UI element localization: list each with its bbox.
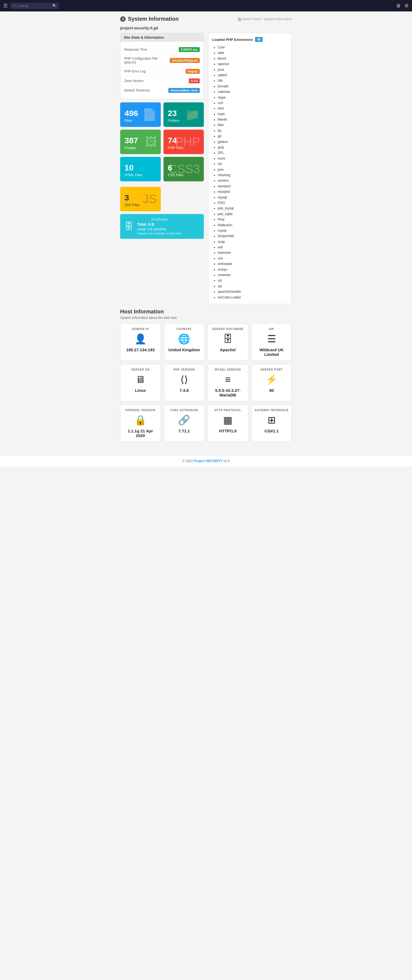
stat-row: Default Timezone America/New_York xyxy=(124,86,200,95)
host-card-label: SERVER OS xyxy=(131,368,150,371)
host-card-value: 5.5.5-10.3.27-MariaDB xyxy=(211,388,245,397)
ext-item: xmlwriter xyxy=(218,272,288,278)
storage-used: Used: 0 B (NAN%) xyxy=(137,227,182,231)
stat-value: America/New_York xyxy=(168,88,200,93)
host-card-label: HTTP PROTOCOL xyxy=(214,409,241,412)
ext-item: dom xyxy=(218,106,288,111)
ext-item: zip xyxy=(218,283,288,289)
host-card-gateway-interface: GATEWAY INTERFACE ⊞ CGI/1.1 xyxy=(252,405,292,442)
search-box[interactable]: 🔍 xyxy=(10,3,59,9)
host-grid-3: OPENSSL VERSION 🔒 1.1.1g 21 Apr 2020 CUR… xyxy=(120,405,292,442)
stat-label: Zend Version xyxy=(124,79,189,83)
host-card-value: 80 xyxy=(269,388,274,393)
site-stats-title: Site Stats & Information xyxy=(120,33,204,42)
ext-item: PDO xyxy=(218,200,288,205)
page-title: ℹ System Information xyxy=(120,16,179,22)
footer-brand[interactable]: Project SECURITY xyxy=(194,459,223,463)
storage-total: Total: 0 B xyxy=(137,222,182,227)
host-card-icon: ⚡ xyxy=(265,374,278,385)
host-card-icon: 🖥 xyxy=(136,374,145,385)
host-card-label: PHP VERSION xyxy=(173,368,195,371)
php-ext-title: Loaded PHP Extensions 46 xyxy=(212,37,288,42)
tile-icon: 🖼 xyxy=(145,135,157,149)
ext-item: libxml xyxy=(218,56,288,61)
host-card-isp: ISP ☰ Wildcard UK Limited xyxy=(252,323,292,361)
ext-item: gmp xyxy=(218,145,288,150)
ext-item: gettext xyxy=(218,139,288,145)
ext-item: apache2handler xyxy=(218,289,288,294)
ext-list: Coredatelibxmlopensslpcresqlite3zlibbcma… xyxy=(212,45,288,300)
host-card-value: 7.4.8 xyxy=(180,388,188,393)
ext-item: iconv xyxy=(218,156,288,161)
ext-item: pcre xyxy=(218,67,288,72)
ext-item: pdo_mysql xyxy=(218,205,288,211)
ext-item: xmlreader xyxy=(218,261,288,267)
ext-item: json xyxy=(218,167,288,172)
breadcrumb: 🏠 Admin Panel / System Information xyxy=(238,17,292,21)
search-icon[interactable]: 🔍 xyxy=(52,4,57,8)
ext-item: gd xyxy=(218,134,288,139)
host-card-http-protocol: HTTP PROTOCOL ▦ HTTP/1.0 xyxy=(208,405,248,442)
host-card-server-port: SERVER PORT ⚡ 80 xyxy=(252,364,292,401)
search-input[interactable] xyxy=(13,4,51,8)
settings-icon[interactable]: ⚙ xyxy=(404,3,409,9)
php-ext-count: 46 xyxy=(255,37,262,42)
ext-item: filter xyxy=(218,122,288,128)
breadcrumb-separator: / xyxy=(262,17,263,21)
host-card-value: United Kingdom xyxy=(168,347,200,352)
host-grid-1: DOMAIN IP 👤 185.27.134.193 COUNTRY 🌐 Uni… xyxy=(120,323,292,361)
host-info-title: Host Information xyxy=(120,309,292,315)
ext-item: exif xyxy=(218,245,288,250)
storage-card: 🗄 STORAGE Total: 0 B Used: 0 B (NAN%) Fe… xyxy=(120,214,204,239)
footer-version: v4.9 xyxy=(224,459,230,463)
nav-left: ☰ 🔍 xyxy=(3,3,59,9)
storage-icon: 🗄 xyxy=(125,221,133,231)
host-card-label: OPENSSL VERSION xyxy=(125,409,155,412)
hamburger-icon[interactable]: ☰ xyxy=(3,3,8,9)
stat-label: PHP Configuration File (php.ini) xyxy=(124,57,170,64)
stat-label: Default Timezone xyxy=(124,89,168,92)
info-icon: ℹ xyxy=(120,16,126,22)
site-stats-card: Site Stats & Information Response Time 0… xyxy=(120,33,204,99)
tiles-grid-3: 10 HTML Files CSS3 6 CSS Files JS 3 JSS … xyxy=(120,157,204,211)
tile-images: 🖼 387 Images xyxy=(120,130,161,154)
ext-item: xml xyxy=(218,256,288,261)
ext-item: openssl xyxy=(218,61,288,67)
host-card-value: CGI/1.1 xyxy=(265,429,279,433)
storage-note: Feature not available on this host. xyxy=(137,232,182,235)
host-card-value: HTTP/1.0 xyxy=(219,429,236,433)
ext-item: session xyxy=(218,178,288,183)
domain-name: project-security.rf.gd xyxy=(120,26,292,30)
tile-php-files: PHP 74 PHP Files xyxy=(163,130,204,154)
host-info-subtitle: System information about the web host. xyxy=(120,316,292,320)
tile-html-files: 10 HTML Files xyxy=(120,157,161,181)
ext-item: Core xyxy=(218,45,288,50)
host-card-icon: ⊞ xyxy=(268,414,276,426)
host-card-server-software: SERVER SOFTWARE 🗄 Apache/ xyxy=(208,323,248,361)
ext-item: ionCube Loader xyxy=(218,294,288,300)
tiles-grid-2: 🖼 387 Images PHP 74 PHP Files xyxy=(120,130,204,154)
host-card-icon: ☰ xyxy=(267,333,276,345)
tile-number: 10 xyxy=(125,164,156,172)
host-card-server-os: SERVER OS 🖥 Linux xyxy=(120,364,161,401)
ext-item: bcmath xyxy=(218,84,288,89)
host-card-value: 1.1.1g 21 Apr 2020 xyxy=(123,429,158,438)
footer-text: © 2022 xyxy=(182,459,193,463)
breadcrumb-home[interactable]: 🏠 Admin Panel xyxy=(238,17,261,21)
host-card-label: DOMAIN IP xyxy=(132,328,149,331)
tile-icon: CSS3 xyxy=(169,162,200,176)
host-card-php-version: PHP VERSION ⟨⟩ 7.4.8 xyxy=(164,364,204,401)
ext-item: zlib xyxy=(218,78,288,83)
tile-icon: PHP xyxy=(176,135,200,149)
tiles-grid-1: 📄 496 Files 📁 23 Folders xyxy=(120,102,204,127)
host-card-icon: 🔒 xyxy=(134,414,147,426)
top-section: Site Stats & Information Response Time 0… xyxy=(120,33,292,304)
footer: © 2022 Project SECURITY v4.9 xyxy=(0,455,412,467)
host-card-label: CURL EXTENSION xyxy=(170,409,198,412)
storage-info: STORAGE Total: 0 B Used: 0 B (NAN%) Feat… xyxy=(137,218,182,235)
monitor-icon[interactable]: 🖥 xyxy=(396,3,401,9)
stat-value: /etc/php70/php.ini xyxy=(170,58,200,63)
host-card-value: Wildcard UK Limited xyxy=(254,347,289,357)
host-card-label: MYSQL VERSION xyxy=(215,368,241,371)
ext-item: calendar xyxy=(218,89,288,94)
